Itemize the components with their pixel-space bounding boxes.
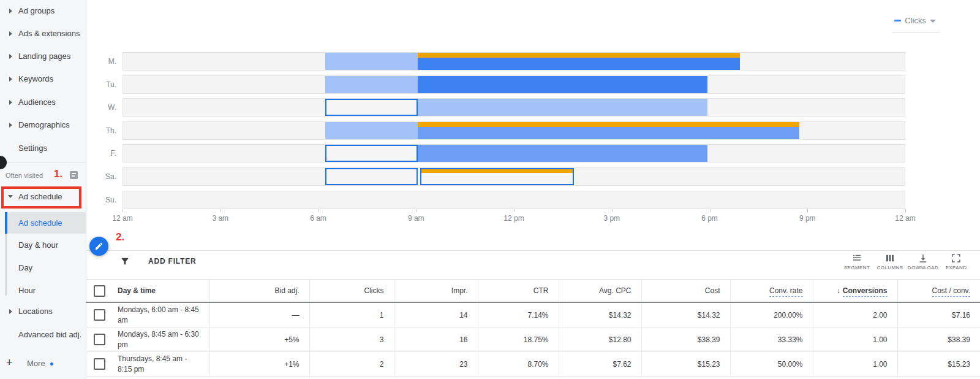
schedule-track[interactable] [123, 144, 905, 163]
expand-icon [951, 253, 962, 264]
expand-button[interactable]: EXPAND [940, 253, 973, 270]
schedule-track[interactable] [123, 75, 905, 94]
axis-tick-label: 3 pm [594, 214, 630, 223]
row-checkbox[interactable] [94, 358, 105, 370]
column-header-label: Impr. [451, 286, 468, 295]
selected-schedule-segment[interactable] [420, 168, 574, 185]
schedule-track[interactable] [123, 167, 905, 186]
selected-schedule-segment[interactable] [325, 99, 418, 116]
cell-impr: 14 [394, 302, 478, 327]
column-header-impr[interactable]: Impr. [394, 280, 478, 303]
schedule-track[interactable] [123, 121, 905, 140]
chart-day-row: Sa. [123, 167, 905, 186]
expand-arrow-icon [9, 123, 12, 128]
expand-arrow-icon [9, 31, 12, 36]
axis-tick-label: 6 pm [692, 214, 728, 223]
sidebar-item-label: Locations [18, 307, 53, 316]
column-header-cost-conv[interactable]: Cost / conv. [897, 280, 980, 303]
cell-bid-adj: +5% [209, 327, 309, 352]
chart-day-row: Su. [123, 191, 905, 209]
sidebar-item-keywords[interactable]: Keywords [0, 74, 86, 88]
chart-metric-dropdown[interactable]: Clicks [894, 16, 936, 25]
sidebar-item-audiences[interactable]: Audiences [0, 98, 86, 111]
cell-avg-cpc: $14.32 [559, 302, 641, 327]
chart-day-row: Tu. [123, 75, 905, 94]
ad-schedule-table: Day & timeBid adj.ClicksImpr.CTRAvg. CPC… [86, 279, 980, 377]
column-header-cost[interactable]: Cost [641, 280, 730, 303]
cell-ctr: 8.70% [478, 352, 559, 377]
day-label: M. [87, 57, 116, 66]
sidebar-item-label: Advanced bid adj. [18, 330, 81, 339]
schedule-track[interactable] [123, 52, 905, 71]
notification-dot [50, 362, 53, 366]
sidebar-item-advanced-bid-adj[interactable]: Advanced bid adj. [0, 330, 86, 343]
sidebar-item-day-hour[interactable]: Day & hour [18, 240, 58, 250]
action-label: SEGMENT [840, 265, 873, 270]
schedule-segment[interactable] [418, 145, 707, 162]
columns-button[interactable]: COLUMNS [873, 253, 907, 270]
schedule-segment[interactable] [325, 76, 418, 93]
table-header-row: Day & timeBid adj.ClicksImpr.CTRAvg. CPC… [86, 280, 980, 303]
sidebar-item-day[interactable]: Day [18, 263, 32, 272]
axis-tick [905, 209, 906, 212]
axis-tick-label: 12 am [887, 214, 924, 223]
sidebar-item-landing-pages[interactable]: Landing pages [0, 52, 86, 65]
google-ads-ad-schedule-page: Ad groups Ads & extensions Landing pages… [0, 0, 980, 379]
row-checkbox[interactable] [94, 334, 105, 345]
column-header-avg-cpc[interactable]: Avg. CPC [559, 280, 641, 303]
download-button[interactable]: DOWNLOAD [907, 253, 940, 270]
sidebar-item-more[interactable]: More [27, 359, 45, 368]
day-label: F. [87, 149, 116, 158]
cell-conversions: 2.00 [813, 302, 897, 327]
schedule-segment[interactable] [418, 53, 740, 70]
sidebar-item-locations[interactable]: Locations [0, 307, 86, 320]
column-header-label: Cost / conv. [932, 286, 970, 297]
column-header-conv-rate[interactable]: Conv. rate [730, 280, 813, 303]
selected-schedule-segment[interactable] [325, 168, 418, 185]
selected-schedule-segment[interactable] [325, 145, 418, 162]
column-header-day-time[interactable]: Day & time [113, 280, 209, 303]
sidebar-item-hour[interactable]: Hour [18, 286, 36, 295]
chart-day-row: F. [123, 144, 905, 163]
plus-icon[interactable]: + [6, 356, 13, 369]
cell-day-time: Mondays, 6:00 am - 8:45 am [113, 302, 209, 327]
legend-dash-icon [894, 20, 901, 21]
column-header-bid-adj[interactable]: Bid adj. [209, 280, 309, 303]
edit-schedule-button[interactable] [89, 237, 108, 256]
often-visited-label: Often visited [6, 172, 43, 179]
sidebar-item-ad-groups[interactable]: Ad groups [0, 6, 86, 20]
column-header-conversions[interactable]: ↓Conversions [813, 280, 897, 303]
sidebar-item-ads-extensions[interactable]: Ads & extensions [0, 29, 86, 42]
column-header-label: Clicks [364, 286, 384, 295]
sidebar-item-label: Ad schedule [18, 218, 62, 228]
sidebar-item-demographics[interactable]: Demographics [0, 120, 86, 134]
sidebar-item-label: Ad groups [18, 6, 55, 15]
expand-arrow-icon [9, 309, 12, 314]
action-label: EXPAND [940, 265, 973, 270]
add-filter-button[interactable]: ADD FILTER [120, 256, 196, 266]
schedule-segment[interactable] [418, 76, 707, 93]
schedule-track[interactable] [123, 98, 905, 117]
table-row: Thursdays, 8:45 am - 8:15 pm+1%2238.70%$… [86, 352, 980, 377]
axis-tick [612, 209, 612, 212]
row-checkbox[interactable] [94, 309, 105, 321]
expand-arrow-icon [9, 77, 12, 82]
day-label: Su. [87, 196, 116, 204]
schedule-segment[interactable] [418, 99, 707, 116]
cell-clicks: 1 [309, 302, 394, 327]
select-all-checkbox[interactable] [94, 285, 105, 297]
sidebar-item-ad-schedule-parent[interactable]: Ad schedule [18, 192, 62, 201]
schedule-segment[interactable] [418, 122, 799, 139]
filter-funnel-icon [120, 256, 130, 266]
axis-tick-label: 3 am [202, 214, 239, 223]
schedule-segment[interactable] [325, 53, 418, 70]
highlight-strip [421, 169, 573, 173]
schedule-track[interactable] [123, 191, 905, 209]
column-header-clicks[interactable]: Clicks [309, 280, 394, 303]
segment-button[interactable]: SEGMENT [840, 253, 873, 270]
often-visited-icon [70, 171, 78, 179]
legend-underline [892, 33, 940, 33]
sidebar-item-settings[interactable]: Settings [0, 144, 86, 157]
schedule-segment[interactable] [325, 122, 418, 139]
column-header-ctr[interactable]: CTR [478, 280, 559, 303]
